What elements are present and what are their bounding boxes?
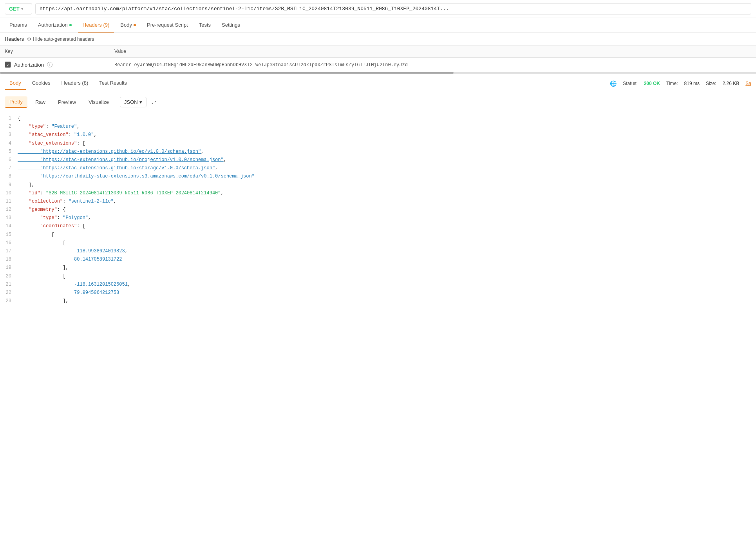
response-tab-testresults-label: Test Results bbox=[99, 80, 127, 86]
line-content: "coordinates": [ bbox=[18, 223, 85, 230]
json-line: 23 ], bbox=[0, 297, 756, 305]
format-tab-raw[interactable]: Raw bbox=[31, 97, 50, 107]
line-number: 1 bbox=[0, 115, 18, 122]
info-icon[interactable]: i bbox=[47, 62, 52, 67]
tab-params[interactable]: Params bbox=[5, 18, 32, 33]
line-number: 19 bbox=[0, 264, 18, 272]
line-number: 7 bbox=[0, 165, 18, 172]
line-content: "type": "Polygon", bbox=[18, 214, 91, 222]
json-line: 22 79.9945064212758 bbox=[0, 289, 756, 297]
json-line: 19 ], bbox=[0, 264, 756, 272]
json-string: "Feature" bbox=[51, 124, 77, 129]
json-line: 16 [ bbox=[0, 239, 756, 247]
size-label: Size: bbox=[706, 81, 716, 86]
status-value: 200 OK bbox=[644, 81, 660, 86]
response-tab-body[interactable]: Body bbox=[5, 77, 26, 90]
value-cell: Bearer eyJraWQiOiJtNGg1d0F2dE9kanBwUWpHb… bbox=[110, 58, 756, 72]
json-line: 20 [ bbox=[0, 272, 756, 281]
line-content: -118.9938624019823, bbox=[18, 248, 128, 255]
wrap-icon[interactable]: ⇌ bbox=[151, 98, 156, 106]
json-line: 17 -118.9938624019823, bbox=[0, 247, 756, 256]
authorization-dot bbox=[69, 24, 72, 26]
line-number: 12 bbox=[0, 206, 18, 214]
url-input[interactable] bbox=[35, 3, 751, 14]
json-line: 8 "https://earthdaily-stac-extensions.s3… bbox=[0, 172, 756, 181]
line-number: 20 bbox=[0, 273, 18, 280]
tab-tests[interactable]: Tests bbox=[194, 18, 215, 33]
hide-autogenerated-button[interactable]: ⚙ Hide auto-generated headers bbox=[27, 36, 94, 42]
table-row: ✓ Authorization i Bearer eyJraWQiOiJtNGg… bbox=[0, 58, 756, 72]
json-punct: , bbox=[94, 132, 96, 138]
line-content: "collection": "sentinel-2-l1c", bbox=[18, 198, 116, 205]
json-link[interactable]: "https://stac-extensions.github.io/proje… bbox=[18, 157, 224, 163]
tab-prerequest-label: Pre-request Script bbox=[147, 22, 188, 28]
response-tab-cookies[interactable]: Cookies bbox=[27, 77, 55, 90]
save-label[interactable]: Sa bbox=[745, 81, 751, 86]
response-tab-headers[interactable]: Headers (8) bbox=[57, 77, 93, 90]
json-punct: , bbox=[201, 149, 204, 154]
json-punct: : bbox=[46, 124, 51, 129]
line-number: 14 bbox=[0, 223, 18, 230]
json-punct: : bbox=[40, 190, 46, 196]
tab-authorization[interactable]: Authorization bbox=[33, 18, 76, 33]
json-link[interactable]: "https://stac-extensions.github.io/stora… bbox=[18, 165, 215, 171]
json-number: 79.9945064212758 bbox=[18, 290, 119, 295]
json-line: 10 "id": "S2B_MSIL1C_20240814T213039_N05… bbox=[0, 189, 756, 198]
json-line: 9 ], bbox=[0, 181, 756, 189]
json-key: "coordinates" bbox=[18, 223, 77, 229]
json-line: 6 "https://stac-extensions.github.io/pro… bbox=[0, 156, 756, 164]
line-number: 23 bbox=[0, 297, 18, 305]
json-line: 2 "type": "Feature", bbox=[0, 123, 756, 131]
response-tab-headers-label: Headers (8) bbox=[61, 80, 89, 86]
horizontal-scrollbar[interactable] bbox=[0, 72, 756, 74]
json-key: "stac_extensions" bbox=[18, 141, 77, 146]
col-value: Value bbox=[110, 45, 756, 58]
tab-headers[interactable]: Headers (9) bbox=[78, 18, 114, 33]
line-number: 3 bbox=[0, 131, 18, 139]
line-content: [ bbox=[18, 231, 54, 239]
line-content: [ bbox=[18, 273, 65, 280]
col-key: Key bbox=[0, 45, 110, 58]
request-tab-bar: Params Authorization Headers (9) Body Pr… bbox=[0, 18, 756, 33]
line-content: "type": "Feature", bbox=[18, 123, 80, 130]
json-line: 1{ bbox=[0, 114, 756, 123]
json-link[interactable]: "https://stac-extensions.github.io/eo/v1… bbox=[18, 149, 201, 154]
line-content: { bbox=[18, 115, 20, 122]
method-selector[interactable]: GET ▾ bbox=[5, 3, 32, 14]
json-line: 4 "stac_extensions": [ bbox=[0, 140, 756, 148]
tab-authorization-label: Authorization bbox=[38, 22, 68, 28]
json-line: 7 "https://stac-extensions.github.io/sto… bbox=[0, 164, 756, 172]
line-number: 16 bbox=[0, 239, 18, 247]
method-chevron: ▾ bbox=[21, 7, 23, 11]
json-line: 13 "type": "Polygon", bbox=[0, 214, 756, 222]
line-number: 6 bbox=[0, 156, 18, 164]
tab-settings[interactable]: Settings bbox=[217, 18, 245, 33]
json-string: "sentinel-2-l1c" bbox=[69, 199, 114, 204]
line-content: -118.16312015026051, bbox=[18, 281, 130, 288]
row-checkbox[interactable]: ✓ bbox=[5, 62, 11, 68]
json-line: 21 -118.16312015026051, bbox=[0, 281, 756, 289]
tab-prerequest[interactable]: Pre-request Script bbox=[142, 18, 193, 33]
json-line: 11 "collection": "sentinel-2-l1c", bbox=[0, 198, 756, 206]
tab-body[interactable]: Body bbox=[116, 18, 141, 33]
response-tab-testresults[interactable]: Test Results bbox=[94, 77, 132, 90]
response-tab-cookies-label: Cookies bbox=[32, 80, 51, 86]
json-key: "collection" bbox=[18, 199, 63, 204]
json-string: "Polygon" bbox=[63, 215, 88, 221]
json-punct: : [ bbox=[77, 223, 85, 229]
json-punct: ], bbox=[18, 265, 69, 270]
json-line: 18 80.14170589131722 bbox=[0, 256, 756, 264]
format-tab-pretty[interactable]: Pretty bbox=[5, 96, 27, 108]
line-number: 4 bbox=[0, 140, 18, 147]
format-tab-visualize[interactable]: Visualize bbox=[84, 97, 114, 107]
line-number: 2 bbox=[0, 123, 18, 130]
headers-bar-label: Headers bbox=[5, 36, 24, 42]
line-number: 18 bbox=[0, 256, 18, 263]
json-key: "geometry" bbox=[18, 207, 57, 212]
format-tab-preview[interactable]: Preview bbox=[53, 97, 81, 107]
tab-body-label: Body bbox=[120, 22, 132, 28]
json-punct: [ bbox=[18, 274, 65, 279]
json-link[interactable]: "https://earthdaily-stac-extensions.s3.a… bbox=[18, 174, 255, 179]
format-select[interactable]: JSON ▾ bbox=[120, 97, 146, 107]
format-tab-preview-label: Preview bbox=[58, 99, 76, 105]
